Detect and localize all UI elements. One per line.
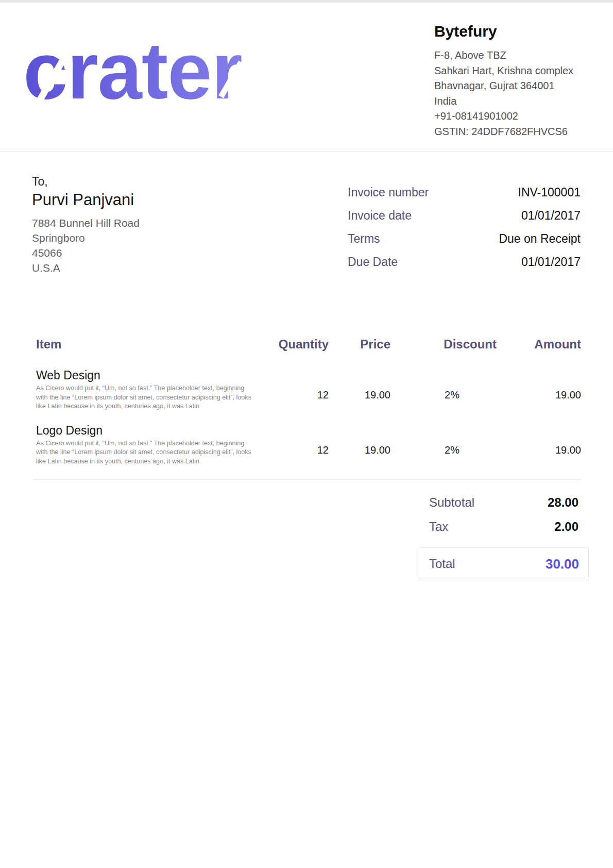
crater-logo: crater [23,32,265,110]
recipient-name: Purvi Panjvani [32,190,248,210]
invoice-page: crater Bytefury F-8, Above TBZ Sahkari H… [0,0,613,868]
recipient-address-line: 45066 [32,245,248,260]
tax-label: Tax [429,520,448,534]
item-amount: 19.00 [497,424,581,466]
item-description: As Cicero would put it, “Um, not so fast… [36,439,254,466]
item-price: 19.00 [329,369,390,411]
header-price: Price [329,338,390,351]
company-address-line: F-8, Above TBZ [434,48,604,63]
recipient-address-line: U.S.A [32,260,248,275]
items-table: Item Quantity Price Discount Amount Web … [36,338,581,478]
company-address: F-8, Above TBZ Sahkari Hart, Krishna com… [434,48,604,139]
item-name: Web Design [36,369,273,382]
invoice-number-value: INV-100001 [518,185,581,200]
item-discount: 2% [390,369,497,411]
company-block: Bytefury F-8, Above TBZ Sahkari Hart, Kr… [434,21,604,139]
company-phone: +91-08141901002 [434,109,604,124]
item-price: 19.00 [329,424,390,466]
subtotal-row: Subtotal 28.00 [419,495,589,510]
header-item: Item [36,338,273,351]
item-amount: 19.00 [497,369,581,411]
table-row: Logo Design As Cicero would put it, “Um,… [36,424,581,466]
recipient-address-line: 7884 Bunnel Hill Road [32,215,248,230]
due-date-label: Due Date [348,254,398,270]
tax-row: Tax 2.00 [419,520,589,534]
item-discount: 2% [390,424,497,466]
item-cell: Web Design As Cicero would put it, “Um, … [36,369,273,411]
meta-row-invoice-date: Invoice date 01/01/2017 [348,208,581,231]
company-address-line: Bhavnagar, Gujrat 364001 [434,78,604,94]
subtotal-value: 28.00 [548,495,578,510]
invoice-date-value: 01/01/2017 [521,208,581,223]
item-quantity: 12 [273,369,329,411]
header-quantity: Quantity [273,338,329,351]
to-label: To, [32,174,248,189]
invoice-meta: Invoice number INV-100001 Invoice date 0… [348,185,581,277]
company-address-line: Sahkari Hart, Krishna complex [434,63,604,79]
header-discount: Discount [390,338,497,351]
item-quantity: 12 [273,424,329,466]
tax-value: 2.00 [554,520,578,534]
total-value: 30.00 [546,556,579,572]
meta-row-due-date: Due Date 01/01/2017 [348,254,581,277]
invoice-number-label: Invoice number [348,185,429,200]
invoice-date-label: Invoice date [348,208,412,223]
total-label: Total [429,557,455,571]
total-box: Total 30.00 [419,547,589,580]
recipient-address: 7884 Bunnel Hill Road Springboro 45066 U… [32,215,248,275]
item-name: Logo Design [36,424,273,437]
company-gstin: GSTIN: 24DDF7682FHVCS6 [434,124,604,140]
company-name: Bytefury [434,21,604,42]
bill-to-block: To, Purvi Panjvani 7884 Bunnel Hill Road… [32,174,248,275]
recipient-address-line: Springboro [32,230,248,245]
table-row: Web Design As Cicero would put it, “Um, … [36,369,581,411]
subtotal-label: Subtotal [429,495,474,510]
header-amount: Amount [497,338,581,351]
terms-label: Terms [348,231,380,246]
terms-value: Due on Receipt [499,231,581,246]
due-date-value: 01/01/2017 [521,254,581,270]
items-table-header: Item Quantity Price Discount Amount [36,338,581,351]
meta-row-terms: Terms Due on Receipt [348,231,581,254]
company-address-line: India [434,94,604,109]
item-cell: Logo Design As Cicero would put it, “Um,… [36,424,273,466]
table-bottom-divider [33,479,581,480]
totals-block: Subtotal 28.00 Tax 2.00 Total 30.00 [419,492,589,580]
meta-row-invoice-number: Invoice number INV-100001 [348,185,581,208]
item-description: As Cicero would put it, “Um, not so fast… [36,384,254,411]
invoice-header: crater Bytefury F-8, Above TBZ Sahkari H… [0,3,613,152]
